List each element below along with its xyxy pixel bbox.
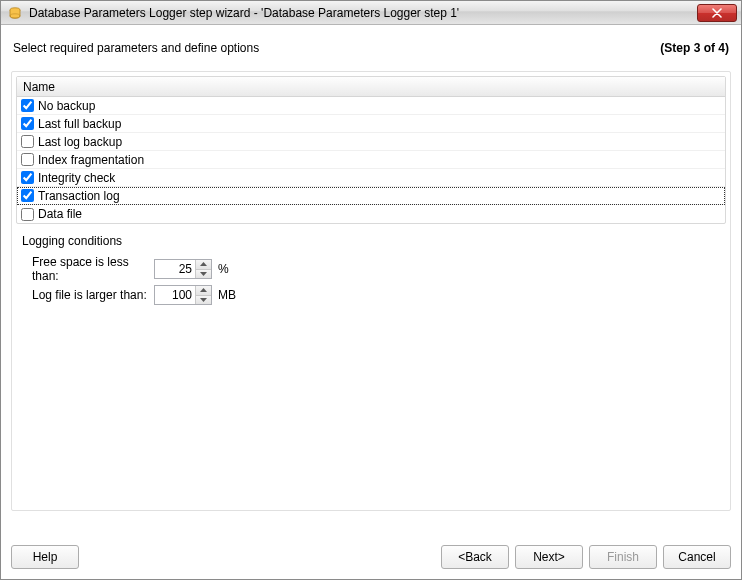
list-item-label: Last log backup [38, 135, 122, 149]
list-item[interactable]: Index fragmentation [17, 151, 725, 169]
titlebar: Database Parameters Logger step wizard -… [1, 1, 741, 25]
list-item-label: Data file [38, 207, 82, 221]
list-item-checkbox[interactable] [21, 99, 34, 112]
free-space-down[interactable] [196, 270, 211, 279]
wizard-window: Database Parameters Logger step wizard -… [0, 0, 742, 580]
free-space-unit: % [218, 262, 229, 276]
list-item-checkbox[interactable] [21, 117, 34, 130]
next-button[interactable]: Next> [515, 545, 583, 569]
list-item-label: Integrity check [38, 171, 115, 185]
list-column-header[interactable]: Name [17, 77, 725, 97]
step-indicator: (Step 3 of 4) [660, 41, 729, 55]
parameter-list: Name No backupLast full backupLast log b… [16, 76, 726, 224]
app-icon [7, 5, 23, 21]
free-space-up[interactable] [196, 260, 211, 270]
free-space-label: Free space is less than: [32, 255, 154, 283]
list-item[interactable]: No backup [17, 97, 725, 115]
logging-conditions-group: Logging conditions Free space is less th… [16, 234, 726, 308]
log-file-input[interactable] [155, 286, 195, 304]
help-button[interactable]: Help [11, 545, 79, 569]
wizard-header: Select required parameters and define op… [1, 25, 741, 65]
conditions-title: Logging conditions [20, 234, 722, 248]
window-title: Database Parameters Logger step wizard -… [29, 6, 697, 20]
list-item[interactable]: Last full backup [17, 115, 725, 133]
free-space-spinner[interactable] [154, 259, 212, 279]
log-file-down[interactable] [196, 296, 211, 305]
back-button[interactable]: <Back [441, 545, 509, 569]
log-file-unit: MB [218, 288, 236, 302]
list-item-label: No backup [38, 99, 95, 113]
list-item-checkbox[interactable] [21, 135, 34, 148]
list-item-checkbox[interactable] [21, 189, 34, 202]
wizard-footer: Help <Back Next> Finish Cancel [1, 539, 741, 579]
list-item[interactable]: Data file [17, 205, 725, 223]
main-panel: Name No backupLast full backupLast log b… [11, 71, 731, 511]
list-item-label: Last full backup [38, 117, 121, 131]
close-button[interactable] [697, 4, 737, 22]
list-item-checkbox[interactable] [21, 208, 34, 221]
list-item[interactable]: Integrity check [17, 169, 725, 187]
list-item-checkbox[interactable] [21, 153, 34, 166]
header-subtitle: Select required parameters and define op… [13, 41, 259, 55]
list-item-label: Transaction log [38, 189, 120, 203]
list-header-label: Name [23, 80, 55, 94]
list-item[interactable]: Transaction log [17, 187, 725, 205]
log-file-up[interactable] [196, 286, 211, 296]
list-item-checkbox[interactable] [21, 171, 34, 184]
finish-button: Finish [589, 545, 657, 569]
log-file-spinner[interactable] [154, 285, 212, 305]
free-space-input[interactable] [155, 260, 195, 278]
list-item[interactable]: Last log backup [17, 133, 725, 151]
list-item-label: Index fragmentation [38, 153, 144, 167]
free-space-row: Free space is less than: % [20, 256, 722, 282]
log-file-label: Log file is larger than: [32, 288, 154, 302]
cancel-button[interactable]: Cancel [663, 545, 731, 569]
log-file-row: Log file is larger than: MB [20, 282, 722, 308]
